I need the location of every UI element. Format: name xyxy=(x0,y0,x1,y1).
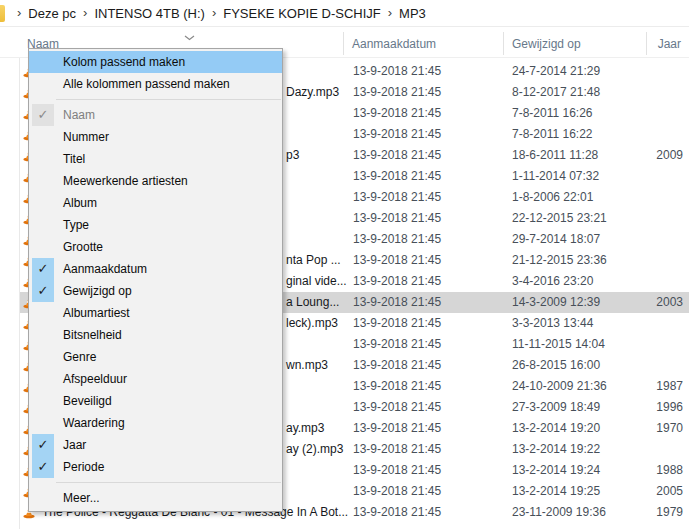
modified-date: 13-2-2014 19:25 xyxy=(512,484,600,498)
file-name: nta Pop ... xyxy=(286,253,341,267)
year-value: 1970 xyxy=(656,421,683,435)
created-date: 13-9-2018 21:45 xyxy=(353,337,441,351)
modified-date: 13-2-2014 19:24 xyxy=(512,463,600,477)
year-value: 2009 xyxy=(656,148,683,162)
created-date: 13-9-2018 21:45 xyxy=(353,190,441,204)
checkmark-icon: ✓ xyxy=(32,104,54,126)
menu-item-titel[interactable]: Titel xyxy=(29,148,282,170)
menu-item-genre[interactable]: Genre xyxy=(29,346,282,368)
breadcrumb-item[interactable]: INTENSO 4TB (H:) xyxy=(94,6,205,21)
modified-date: 7-8-2011 16:26 xyxy=(512,106,593,120)
created-date: 13-9-2018 21:45 xyxy=(353,316,441,330)
modified-date: 24-10-2009 21:36 xyxy=(512,379,607,393)
created-date: 13-9-2018 21:45 xyxy=(353,400,441,414)
modified-date: 1-11-2014 07:32 xyxy=(512,169,599,183)
column-header-jaar[interactable]: Jaar xyxy=(658,37,681,51)
created-date: 13-9-2018 21:45 xyxy=(353,232,441,246)
created-date: 13-9-2018 21:45 xyxy=(353,85,441,99)
menu-item-type[interactable]: Type xyxy=(29,214,282,236)
menu-item-nummer[interactable]: Nummer xyxy=(29,126,282,148)
menu-item-albumartiest[interactable]: Albumartiest xyxy=(29,302,282,324)
modified-date: 3-4-2016 23:20 xyxy=(512,274,593,288)
breadcrumb: Deze pc›INTENSO 4TB (H:)›FYSEKE KOPIE D-… xyxy=(28,6,425,21)
year-value: 2003 xyxy=(656,295,683,309)
created-date: 13-9-2018 21:45 xyxy=(353,127,441,141)
menu-item-jaar[interactable]: ✓Jaar xyxy=(29,434,282,456)
breadcrumb-item[interactable]: FYSEKE KOPIE D-SCHIJF xyxy=(223,6,380,21)
column-separator[interactable] xyxy=(646,32,647,55)
created-date: 13-9-2018 21:45 xyxy=(353,442,441,456)
modified-date: 14-3-2009 12:39 xyxy=(512,295,600,309)
created-date: 13-9-2018 21:45 xyxy=(353,358,441,372)
sort-descending-icon[interactable] xyxy=(184,30,195,44)
created-date: 13-9-2018 21:45 xyxy=(353,379,441,393)
created-date: 13-9-2018 21:45 xyxy=(353,253,441,267)
column-separator[interactable] xyxy=(343,32,344,55)
checkmark-icon: ✓ xyxy=(32,434,54,456)
menu-item-grootte[interactable]: Grootte xyxy=(29,236,282,258)
modified-date: 13-2-2014 19:22 xyxy=(512,442,600,456)
checkmark-icon: ✓ xyxy=(32,456,54,478)
modified-date: 11-11-2015 14:04 xyxy=(512,337,605,351)
created-date: 13-9-2018 21:45 xyxy=(353,484,441,498)
modified-date: 21-12-2015 23:36 xyxy=(512,253,607,267)
created-date: 13-9-2018 21:45 xyxy=(353,274,441,288)
file-name: ginal vide... xyxy=(286,274,347,288)
modified-date: 3-3-2013 13:44 xyxy=(512,316,593,330)
checkmark-icon: ✓ xyxy=(32,258,54,280)
breadcrumb-item[interactable]: MP3 xyxy=(399,6,426,21)
breadcrumb-chevron-icon: › xyxy=(205,6,223,19)
folder-icon xyxy=(0,5,5,22)
menu-item-naam: ✓Naam xyxy=(29,104,282,126)
menu-separator xyxy=(56,99,281,100)
modified-date: 13-2-2014 19:20 xyxy=(512,421,600,435)
file-name: Dazy.mp3 xyxy=(286,85,339,99)
breadcrumb-item[interactable]: Deze pc xyxy=(28,6,76,21)
created-date: 13-9-2018 21:45 xyxy=(353,421,441,435)
column-separator[interactable] xyxy=(503,32,504,55)
created-date: 13-9-2018 21:45 xyxy=(353,169,441,183)
column-header-aanmaakdatum[interactable]: Aanmaakdatum xyxy=(352,37,436,51)
created-date: 13-9-2018 21:45 xyxy=(353,295,441,309)
modified-date: 1-8-2006 22:01 xyxy=(512,190,593,204)
breadcrumb-chevron-icon: › xyxy=(381,6,399,19)
menu-item-meer[interactable]: Meer... xyxy=(29,487,282,509)
menu-item-bitsnelheid[interactable]: Bitsnelheid xyxy=(29,324,282,346)
menu-item-waardering[interactable]: Waardering xyxy=(29,412,282,434)
modified-date: 27-3-2009 18:49 xyxy=(512,400,600,414)
file-name: p3 xyxy=(286,148,299,162)
explorer-window: › Deze pc›INTENSO 4TB (H:)›FYSEKE KOPIE … xyxy=(0,0,689,529)
created-date: 13-9-2018 21:45 xyxy=(353,64,441,78)
modified-date: 7-8-2011 16:22 xyxy=(512,127,593,141)
column-header-gewijzigd-op[interactable]: Gewijzigd op xyxy=(512,37,581,51)
year-value: 1979 xyxy=(656,505,683,519)
menu-item-album[interactable]: Album xyxy=(29,192,282,214)
modified-date: 24-7-2014 21:29 xyxy=(512,64,600,78)
menu-item-afspeelduur[interactable]: Afspeelduur xyxy=(29,368,282,390)
modified-date: 29-7-2014 18:07 xyxy=(512,232,600,246)
created-date: 13-9-2018 21:45 xyxy=(353,148,441,162)
modified-date: 23-11-2009 19:36 xyxy=(512,505,606,519)
created-date: 13-9-2018 21:45 xyxy=(353,505,441,519)
menu-item-beveiligd[interactable]: Beveiligd xyxy=(29,390,282,412)
created-date: 13-9-2018 21:45 xyxy=(353,463,441,477)
menu-separator xyxy=(56,482,281,483)
year-value: 1996 xyxy=(656,400,683,414)
modified-date: 18-6-2011 11:28 xyxy=(512,148,598,162)
checkmark-icon: ✓ xyxy=(32,280,54,302)
year-value: 1988 xyxy=(656,463,683,477)
column-context-menu: Kolom passend maken Alle kolommen passen… xyxy=(28,48,283,512)
menu-item-gewijzigd-op[interactable]: ✓Gewijzigd op xyxy=(29,280,282,302)
menu-item-aanmaakdatum[interactable]: ✓Aanmaakdatum xyxy=(29,258,282,280)
file-name: a Loung... xyxy=(286,295,339,309)
menu-item-meewerkende-artiesten[interactable]: Meewerkende artiesten xyxy=(29,170,282,192)
menu-item-kolom-passend-maken[interactable]: Kolom passend maken xyxy=(29,51,282,73)
year-value: 2005 xyxy=(656,484,683,498)
file-name: ay.mp3 xyxy=(286,421,324,435)
menu-item-periode[interactable]: ✓Periode xyxy=(29,456,282,478)
breadcrumb-chevron-icon: › xyxy=(76,6,94,19)
file-name: wn.mp3 xyxy=(286,358,328,372)
menu-item-alle-kolommen-passend-maken[interactable]: Alle kolommen passend maken xyxy=(29,73,282,95)
file-name: leck).mp3 xyxy=(286,316,338,330)
created-date: 13-9-2018 21:45 xyxy=(353,211,441,225)
